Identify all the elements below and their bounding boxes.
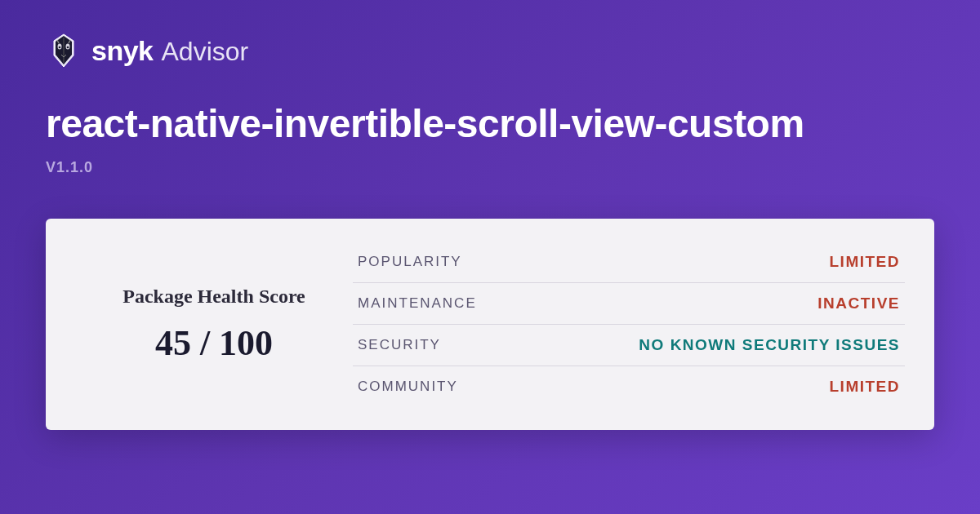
metric-row-popularity: POPULARITY LIMITED	[353, 241, 905, 283]
metric-value: LIMITED	[830, 378, 901, 396]
metric-label: SECURITY	[358, 337, 441, 353]
metric-label: MAINTENANCE	[358, 295, 477, 312]
metric-row-security: SECURITY NO KNOWN SECURITY ISSUES	[353, 325, 905, 366]
metric-label: POPULARITY	[358, 254, 462, 270]
score-section: Package Health Score 45 / 100	[75, 241, 353, 407]
brand: snyk Advisor	[91, 35, 248, 67]
metric-value: LIMITED	[830, 253, 901, 271]
brand-name: snyk	[91, 35, 154, 67]
package-name: react-native-invertible-scroll-view-cust…	[46, 101, 934, 146]
metric-value: NO KNOWN SECURITY ISSUES	[639, 336, 900, 354]
snyk-logo-icon	[46, 33, 82, 69]
svg-point-2	[59, 47, 61, 49]
metric-value: INACTIVE	[817, 295, 900, 312]
metric-row-maintenance: MAINTENANCE INACTIVE	[353, 283, 905, 325]
package-version: V1.1.0	[46, 159, 934, 176]
header: snyk Advisor	[46, 33, 934, 69]
health-card: Package Health Score 45 / 100 POPULARITY…	[46, 219, 934, 430]
metric-row-community: COMMUNITY LIMITED	[353, 366, 905, 407]
metrics-list: POPULARITY LIMITED MAINTENANCE INACTIVE …	[353, 241, 905, 407]
brand-sub: Advisor	[162, 37, 249, 67]
metric-label: COMMUNITY	[358, 379, 458, 395]
svg-point-3	[67, 47, 69, 49]
score-value: 45 / 100	[155, 322, 273, 364]
score-label: Package Health Score	[122, 286, 305, 308]
